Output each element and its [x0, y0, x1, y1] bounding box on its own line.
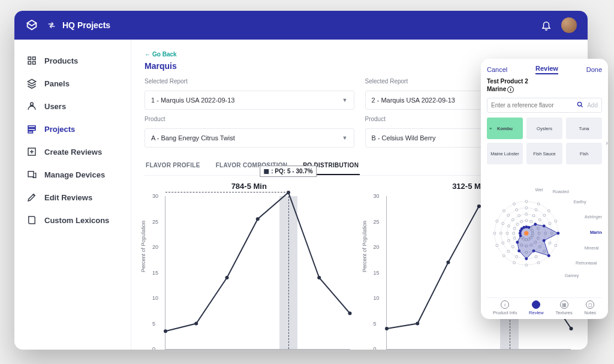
sidebar-item-users[interactable]: Users — [14, 95, 131, 118]
info-icon[interactable]: i — [507, 86, 514, 93]
product-select-left[interactable]: A - Bang Energy Citrus Twist ▼ — [145, 128, 354, 148]
svg-point-9 — [446, 261, 450, 264]
svg-point-53 — [532, 215, 535, 217]
sidebar-item-products[interactable]: Products — [14, 49, 131, 72]
chevron-down-icon: ▼ — [342, 135, 348, 141]
svg-point-69 — [535, 209, 537, 211]
svg-point-105 — [556, 232, 559, 235]
y-tick: 20 — [152, 244, 158, 250]
y-tick: 30 — [374, 193, 380, 199]
chart-left: 784-5 Min Percent of Population 05101520… — [145, 182, 354, 350]
go-back-label: Go Back — [152, 51, 177, 58]
sidebar-item-label: Users — [44, 102, 66, 111]
y-tick: 15 — [152, 270, 158, 276]
svg-point-5 — [317, 276, 321, 279]
arrow-left-icon: ← — [145, 51, 151, 58]
svg-point-64 — [506, 232, 508, 234]
cancel-button[interactable]: Cancel — [487, 66, 507, 73]
phone-subtitle: Test Product 2 Marinei — [487, 78, 602, 93]
switch-icon[interactable] — [47, 20, 56, 30]
sidebar-item-label: Create Reviews — [44, 148, 102, 157]
y-tick: 10 — [152, 295, 158, 301]
nav-icon: ✱ — [532, 300, 540, 309]
svg-point-107 — [547, 254, 550, 257]
sidebar-item-label: Manage Devices — [44, 170, 105, 179]
svg-point-65 — [507, 225, 510, 227]
phone-nav-textures[interactable]: ▦Textures — [555, 300, 572, 315]
y-tick: 15 — [374, 270, 380, 276]
flavor-chip-fish-sauce[interactable]: Fish Sauce — [526, 143, 562, 164]
flavor-chip-kombu[interactable]: Kombu — [487, 118, 523, 139]
user-avatar[interactable] — [561, 17, 577, 33]
svg-point-89 — [555, 244, 557, 246]
review-tab[interactable]: Review — [535, 65, 558, 74]
svg-point-7 — [385, 327, 389, 330]
chart-tooltip: : PQ: 5 - 30.7% — [260, 166, 317, 177]
add-button[interactable]: Add — [587, 102, 598, 109]
svg-point-104 — [543, 224, 546, 227]
svg-point-67 — [518, 215, 520, 217]
svg-point-52 — [525, 213, 528, 215]
chevron-right-icon[interactable]: › — [606, 139, 608, 146]
flavor-chip-maine-lobster[interactable]: Maine Lobster — [487, 143, 523, 164]
flavor-search-input[interactable] — [491, 102, 573, 109]
svg-point-78 — [507, 250, 510, 252]
svg-text:Marine: Marine — [590, 230, 602, 235]
svg-point-47 — [513, 237, 516, 239]
y-tick: 5 — [152, 321, 155, 327]
flavor-category: Marine — [487, 86, 506, 92]
sidebar-item-projects[interactable]: Projects — [14, 118, 131, 140]
svg-point-8 — [416, 322, 419, 326]
sidebar-item-custom-lexicons[interactable]: Custom Lexicons — [14, 209, 131, 231]
plot-left: 0510152025301234567: PQ: 5 - 30.7% — [165, 196, 350, 350]
svg-point-96 — [493, 232, 496, 234]
y-tick: 25 — [374, 219, 380, 225]
svg-point-77 — [516, 255, 518, 258]
flavor-search[interactable]: Add — [487, 98, 602, 113]
flavor-chip-oysters[interactable]: Oysters — [526, 118, 562, 139]
y-tick: 0 — [152, 346, 155, 350]
svg-text:Astringent: Astringent — [585, 214, 602, 219]
flavor-chip-tuna[interactable]: Tuna — [566, 118, 602, 139]
svg-point-79 — [502, 242, 504, 244]
sidebar-item-manage-devices[interactable]: Manage Devices — [14, 163, 131, 186]
phone-nav-product-info[interactable]: iProduct Info — [493, 300, 517, 315]
svg-point-13 — [569, 327, 573, 330]
y-tick: 30 — [152, 193, 158, 199]
notifications-icon[interactable] — [541, 20, 552, 31]
svg-text:Gamey: Gamey — [565, 273, 579, 278]
svg-point-37 — [530, 220, 532, 222]
done-button[interactable]: Done — [586, 66, 602, 73]
nav-label: Review — [529, 310, 544, 315]
sidebar-item-create-reviews[interactable]: Create Reviews — [14, 140, 131, 163]
report-select-left[interactable]: 1 - Marquis USA 2022-09-13 ▼ — [145, 91, 354, 110]
svg-point-73 — [549, 242, 551, 244]
tab-flavor-profile[interactable]: FLAVOR PROFILE — [145, 158, 201, 175]
series-swatch-icon — [264, 169, 269, 174]
grid-icon — [26, 55, 37, 66]
search-icon[interactable] — [577, 101, 583, 109]
product-select-left-value: A - Bang Energy Citrus Twist — [151, 134, 235, 142]
sidebar-item-edit-reviews[interactable]: Edit Reviews — [14, 186, 131, 209]
app-logo-icon — [25, 19, 38, 32]
cursor-hline — [165, 192, 288, 192]
sidebar-item-panels[interactable]: Panels — [14, 72, 131, 95]
svg-point-92 — [525, 264, 528, 266]
sidebar-item-label: Products — [44, 56, 78, 65]
svg-text:Wet: Wet — [535, 187, 543, 192]
devices-icon — [26, 169, 37, 180]
nav-icon: i — [501, 300, 509, 309]
go-back-link[interactable]: ← Go Back — [145, 51, 177, 58]
mobile-review-panel: Cancel Review Done Test Product 2 Marine… — [481, 59, 608, 319]
chevron-down-icon: ▼ — [342, 97, 348, 103]
svg-point-3 — [256, 217, 260, 221]
svg-point-93 — [513, 261, 516, 264]
phone-nav-notes[interactable]: ◻Notes — [585, 300, 597, 315]
phone-nav-review[interactable]: ✱Review — [529, 300, 544, 315]
nav-label: Product Info — [493, 310, 517, 315]
flavor-chip-fish[interactable]: Fish — [566, 143, 602, 164]
y-tick: 10 — [374, 295, 380, 301]
svg-point-91 — [537, 261, 540, 264]
svg-point-48 — [513, 232, 515, 234]
y-tick: 25 — [152, 219, 158, 225]
